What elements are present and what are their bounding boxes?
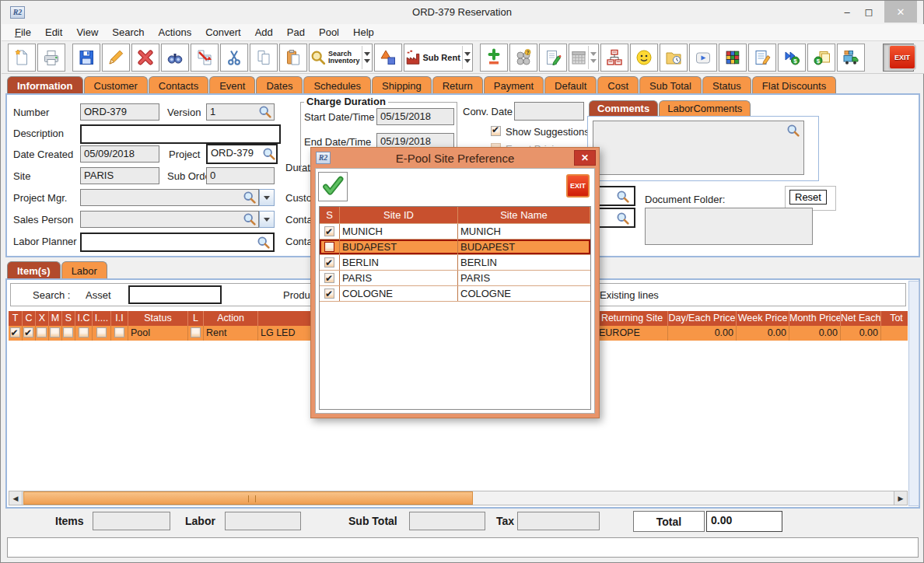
- tab-dates[interactable]: Dates: [256, 76, 303, 94]
- munich-checkbox[interactable]: [324, 226, 334, 236]
- tab-contacts[interactable]: Contacts: [149, 76, 208, 94]
- minimize-button[interactable]: –: [838, 1, 856, 23]
- show-suggestions-checkbox[interactable]: [491, 126, 501, 136]
- close-button[interactable]: ✕: [884, 1, 917, 23]
- find-button[interactable]: [161, 44, 189, 72]
- dialog-close-button[interactable]: ✕: [574, 150, 596, 166]
- menu-help[interactable]: Help: [346, 25, 381, 40]
- send-money-button[interactable]: $: [778, 44, 806, 72]
- scroll-left-arrow[interactable]: ◀: [9, 491, 23, 505]
- cologne-checkbox[interactable]: [324, 288, 334, 299]
- tab-customer[interactable]: Customer: [84, 76, 148, 94]
- paris-checkbox[interactable]: [324, 273, 334, 283]
- budapest-checkbox[interactable]: [324, 242, 334, 252]
- labor-planner-field[interactable]: [80, 233, 275, 252]
- search-inventory-button[interactable]: SearchInventory: [309, 44, 373, 72]
- maximize-button[interactable]: ◻: [859, 1, 878, 23]
- sub-rent-dropdown[interactable]: [462, 46, 472, 69]
- row-l-checkbox[interactable]: [191, 327, 201, 337]
- transfer-copy-button[interactable]: [191, 44, 219, 72]
- row-t-checkbox[interactable]: [10, 327, 20, 337]
- smiley-button[interactable]: [630, 44, 658, 72]
- copy-button[interactable]: [250, 44, 278, 72]
- tab-default[interactable]: Default: [544, 76, 597, 94]
- document-folder-textarea[interactable]: [645, 208, 813, 245]
- edit-button[interactable]: [102, 44, 130, 72]
- save-button[interactable]: [72, 44, 100, 72]
- add-line-button[interactable]: [480, 44, 508, 72]
- folder-history-button[interactable]: [660, 44, 688, 72]
- sub-rent-button[interactable]: Sub Rent: [404, 44, 473, 72]
- comments-textarea[interactable]: [593, 121, 804, 175]
- tab-cost[interactable]: Cost: [597, 76, 639, 94]
- cut-button[interactable]: [220, 44, 248, 72]
- menu-view[interactable]: View: [69, 25, 105, 40]
- org-chart-button[interactable]: [600, 44, 628, 72]
- row-ic-checkbox[interactable]: [79, 327, 89, 337]
- sales-person-lookup-icon[interactable]: [242, 212, 257, 226]
- status-bar-input[interactable]: [7, 537, 919, 558]
- new-document-button[interactable]: [8, 44, 36, 72]
- items-vscrollbar[interactable]: [908, 281, 919, 506]
- delete-button[interactable]: [131, 44, 159, 72]
- comments-zoom-icon[interactable]: [786, 123, 800, 138]
- row-ii-checkbox[interactable]: [114, 327, 124, 337]
- menu-file[interactable]: File: [8, 25, 38, 40]
- items-hscrollbar[interactable]: ◀ ▶: [9, 491, 908, 505]
- menu-add[interactable]: Add: [248, 25, 280, 40]
- menu-convert[interactable]: Convert: [198, 25, 248, 40]
- menu-edit[interactable]: Edit: [38, 25, 69, 40]
- tab-status[interactable]: Status: [702, 76, 751, 94]
- site-row-berlin[interactable]: BERLIN BERLIN: [320, 255, 590, 271]
- site-row-budapest[interactable]: BUDAPEST BUDAPEST: [320, 240, 590, 255]
- toolbar-exit-button[interactable]: EXIT: [888, 44, 916, 70]
- cube-button[interactable]: [719, 44, 747, 72]
- tab-payment[interactable]: Payment: [484, 76, 544, 94]
- worksheet-edit-button[interactable]: [748, 44, 776, 72]
- row-idots-checkbox[interactable]: [96, 327, 107, 337]
- tab-return[interactable]: Return: [432, 76, 483, 94]
- scroll-thumb[interactable]: [23, 491, 473, 505]
- shapes-button[interactable]: [374, 44, 402, 72]
- run-button[interactable]: [689, 44, 717, 72]
- print-button[interactable]: [37, 44, 65, 72]
- dialog-exit-button[interactable]: EXIT: [566, 174, 590, 198]
- site-row-munich[interactable]: MUNICH MUNICH: [320, 224, 590, 240]
- tab-items[interactable]: Item(s): [7, 261, 61, 279]
- tab-schedules[interactable]: Schedules: [303, 76, 371, 94]
- group-items-button[interactable]: ?: [509, 44, 537, 72]
- truck-button[interactable]: [837, 44, 865, 72]
- contact1-lookup-icon[interactable]: [615, 211, 630, 226]
- tab-shipping[interactable]: Shipping: [372, 76, 432, 94]
- berlin-checkbox[interactable]: [324, 257, 334, 268]
- site-row-paris[interactable]: PARIS PARIS: [320, 271, 590, 286]
- project-mgr-lookup-icon[interactable]: [242, 190, 257, 205]
- description-field[interactable]: [80, 124, 281, 144]
- search-inventory-dropdown[interactable]: [362, 46, 372, 69]
- sales-person-dropdown[interactable]: [259, 211, 275, 228]
- labor-planner-lookup-icon[interactable]: [256, 235, 271, 250]
- tab-labor[interactable]: Labor: [61, 261, 107, 279]
- tab-information[interactable]: Information: [7, 76, 83, 94]
- row-s-checkbox[interactable]: [63, 327, 73, 337]
- tab-event[interactable]: Event: [209, 76, 255, 94]
- version-lookup-icon[interactable]: [257, 104, 272, 119]
- row-m-checkbox[interactable]: [50, 327, 60, 337]
- scroll-right-arrow[interactable]: ▶: [894, 491, 907, 505]
- project-lookup-icon[interactable]: [261, 146, 276, 161]
- paste-button[interactable]: [279, 44, 307, 72]
- dialog-ok-button[interactable]: [318, 172, 348, 201]
- site-row-cologne[interactable]: COLOGNE COLOGNE: [320, 286, 590, 302]
- menu-search[interactable]: Search: [105, 25, 151, 40]
- row-c-checkbox[interactable]: [23, 327, 33, 337]
- row-x-checkbox[interactable]: [37, 327, 47, 337]
- menu-actions[interactable]: Actions: [152, 25, 199, 40]
- calendar-dropdown[interactable]: [588, 46, 598, 69]
- tab-comments[interactable]: Comments: [589, 100, 658, 116]
- customer-lookup-icon[interactable]: [615, 189, 630, 204]
- project-mgr-dropdown[interactable]: [259, 189, 275, 206]
- dialog-title-bar[interactable]: R2 E-Pool Site Preference ✕: [311, 148, 599, 168]
- notes-edit-button[interactable]: [539, 44, 567, 72]
- money-notes-button[interactable]: $: [807, 44, 835, 72]
- tab-flat-discounts[interactable]: Flat Discounts: [752, 76, 836, 94]
